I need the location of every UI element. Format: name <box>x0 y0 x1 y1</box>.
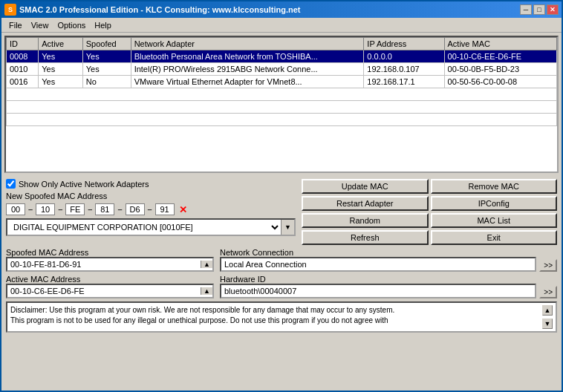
adapter-table-container: ID Active Spoofed Network Adapter IP Add… <box>4 36 559 173</box>
cell-mac: 00-50-0B-F5-BD-23 <box>444 63 556 76</box>
mac-input-row: 00 – 10 – FE – 81 – D6 – 91 ✕ <box>6 203 296 215</box>
mac-section: Show Only Active Network Adapters New Sp… <box>6 179 557 245</box>
cell-spoofed: No <box>82 76 131 88</box>
network-connection-input[interactable] <box>221 258 535 270</box>
spoofed-mac-input[interactable] <box>7 258 201 270</box>
active-only-checkbox[interactable] <box>6 179 16 189</box>
mac-octet-1[interactable]: 00 <box>6 203 25 215</box>
table-row-empty <box>7 101 557 114</box>
hardware-id-section: Hardware ID >> <box>220 275 557 298</box>
cell-adapter: Intel(R) PRO/Wireless 2915ABG Network Co… <box>131 63 364 76</box>
table-row-empty <box>7 114 557 126</box>
cell-id: 0016 <box>7 76 39 88</box>
table-row[interactable]: 0008 Yes Yes Bluetooth Personal Area Net… <box>7 50 557 63</box>
col-header-adapter: Network Adapter <box>131 38 364 50</box>
mac-list-button[interactable]: MAC List <box>431 213 558 228</box>
new-mac-label: New Spoofed MAC Address <box>6 192 296 200</box>
title-controls: ─ □ ✕ <box>520 4 559 15</box>
restart-adapter-button[interactable]: Restart Adapter <box>302 196 429 211</box>
table-row[interactable]: 0010 Yes Yes Intel(R) PRO/Wireless 2915A… <box>7 63 557 76</box>
maximize-button[interactable]: □ <box>533 4 545 15</box>
menu-view[interactable]: View <box>27 19 53 31</box>
table-row[interactable]: 0016 Yes No VMware Virtual Ethernet Adap… <box>7 76 557 88</box>
cell-mac: 00-50-56-C0-00-08 <box>444 76 556 88</box>
spoofed-mac-input-row: ▲ <box>6 257 214 272</box>
col-header-active: Active <box>39 38 82 50</box>
random-button[interactable]: Random <box>302 213 429 228</box>
update-mac-button[interactable]: Update MAC <box>302 179 429 194</box>
mac-left-panel: Show Only Active Network Adapters New Sp… <box>6 179 296 245</box>
active-mac-label: Active MAC Address <box>6 275 214 284</box>
main-window: S SMAC 2.0 Professional Edition - KLC Co… <box>0 0 563 392</box>
cell-adapter: Bluetooth Personal Area Network from TOS… <box>131 50 364 63</box>
menu-help[interactable]: Help <box>90 19 116 31</box>
mac-sep-2: – <box>58 205 62 214</box>
col-header-id: ID <box>7 38 39 50</box>
window-title: SMAC 2.0 Professional Edition - KLC Cons… <box>19 5 301 14</box>
network-connection-section: Network Connection >> <box>220 248 557 272</box>
spoofed-mac-label: Spoofed MAC Address <box>6 248 214 257</box>
active-mac-input-row: ▲ <box>6 284 214 298</box>
col-header-ip: IP Address <box>364 38 444 50</box>
hardware-id-input[interactable] <box>221 285 535 297</box>
mac-octet-6[interactable]: 91 <box>155 203 175 215</box>
fields-section-row: Spoofed MAC Address ▲ Network Connection… <box>6 248 557 272</box>
exit-button[interactable]: Exit <box>431 230 558 245</box>
hardware-id-label: Hardware ID <box>220 275 536 284</box>
mac-sep-4: – <box>117 205 122 214</box>
app-icon: S <box>4 4 16 16</box>
mac-octet-5[interactable]: D6 <box>126 203 145 215</box>
col-header-mac: Active MAC <box>444 38 556 50</box>
table-row-empty <box>7 88 557 101</box>
cell-spoofed: Yes <box>82 63 131 76</box>
network-connection-label: Network Connection <box>220 248 536 257</box>
button-grid: Update MAC Remove MAC Restart Adapter IP… <box>302 179 557 245</box>
ipconfig-button[interactable]: IPConfig <box>431 196 558 211</box>
cell-active: Yes <box>39 63 82 76</box>
mac-right-panel: Update MAC Remove MAC Restart Adapter IP… <box>302 179 557 245</box>
menu-file[interactable]: File <box>4 19 27 31</box>
scroll-up-button[interactable]: ▲ <box>542 305 553 316</box>
menu-bar: File View Options Help <box>1 18 562 33</box>
bottom-panel: Show Only Active Network Adapters New Sp… <box>1 176 562 391</box>
checkbox-label: Show Only Active Network Adapters <box>19 180 149 189</box>
cell-ip: 0.0.0.0 <box>364 50 444 63</box>
mac-octet-4[interactable]: 81 <box>95 203 114 215</box>
cell-adapter: VMware Virtual Ethernet Adapter for VMne… <box>131 76 364 88</box>
mac-sep-1: – <box>28 205 33 214</box>
mac-octet-3[interactable]: FE <box>65 203 85 215</box>
remove-mac-button[interactable]: Remove MAC <box>431 179 558 194</box>
dropdown-arrow-icon[interactable]: ▼ <box>281 220 294 235</box>
mac-octet-2[interactable]: 10 <box>36 203 55 215</box>
cell-id: 0010 <box>7 63 39 76</box>
spoofed-mac-up-icon[interactable]: ▲ <box>201 261 212 268</box>
manufacturer-dropdown-container: DIGITAL EQUIPMENT CORPORATION [0010FE] ▼ <box>6 218 296 236</box>
fields-section-row-2: Active MAC Address ▲ Hardware ID >> <box>6 275 557 298</box>
scroll-down-button[interactable]: ▼ <box>542 318 553 329</box>
cell-active: Yes <box>39 50 82 63</box>
network-connection-expand-button[interactable]: >> <box>539 259 557 272</box>
checkbox-row: Show Only Active Network Adapters <box>6 179 296 189</box>
cell-ip: 192.168.17.1 <box>364 76 444 88</box>
mac-sep-5: – <box>148 205 152 214</box>
menu-options[interactable]: Options <box>53 19 90 31</box>
manufacturer-dropdown[interactable]: DIGITAL EQUIPMENT CORPORATION [0010FE] <box>7 220 281 234</box>
hardware-id-group: Hardware ID <box>220 275 536 298</box>
disclaimer-text: Disclaimer: Use this program at your own… <box>10 305 541 329</box>
hardware-id-input-row <box>220 284 536 298</box>
active-mac-up-icon[interactable]: ▲ <box>201 287 212 295</box>
cell-spoofed: Yes <box>82 50 131 63</box>
minimize-button[interactable]: ─ <box>520 4 532 15</box>
mac-clear-button[interactable]: ✕ <box>179 204 187 215</box>
disclaimer-box: Disclaimer: Use this program at your own… <box>6 301 557 333</box>
spoofed-mac-section: Spoofed MAC Address ▲ <box>6 248 214 272</box>
network-connection-group: Network Connection <box>220 248 536 272</box>
network-connection-input-row <box>220 257 536 272</box>
mac-sep-3: – <box>88 205 92 214</box>
refresh-button[interactable]: Refresh <box>302 230 429 245</box>
hardware-id-expand-button[interactable]: >> <box>539 286 557 298</box>
col-header-spoofed: Spoofed <box>82 38 131 50</box>
active-mac-input[interactable] <box>7 285 201 297</box>
close-button[interactable]: ✕ <box>547 4 559 15</box>
title-bar: S SMAC 2.0 Professional Edition - KLC Co… <box>1 1 562 18</box>
